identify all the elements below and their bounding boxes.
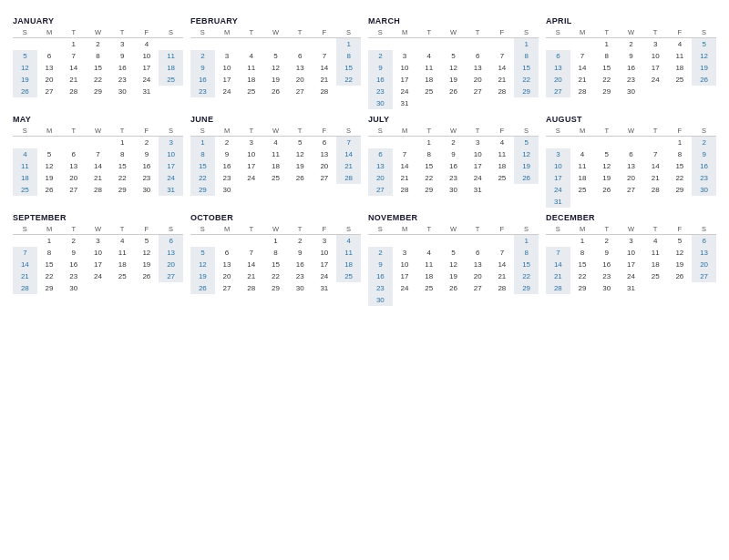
day-header: F <box>313 126 337 137</box>
calendar-day: 23 <box>215 172 240 184</box>
month-name: JUNE <box>190 115 361 124</box>
calendar-day: 15 <box>594 62 619 74</box>
calendar-day: 26 <box>514 172 539 184</box>
calendar-day: 20 <box>368 172 393 184</box>
day-header: T <box>61 27 86 38</box>
calendar-day: 15 <box>110 160 135 172</box>
calendar-day: 6 <box>466 247 490 259</box>
calendar-day: 21 <box>61 74 86 86</box>
calendar-day: 23 <box>110 74 135 86</box>
month-name: FEBRUARY <box>190 16 361 25</box>
calendar-day: 5 <box>190 247 215 259</box>
month-block-december: DECEMBERSMTWTFS0123456789101112131415161… <box>546 213 716 306</box>
calendar-day: 5 <box>288 137 313 149</box>
calendar-day: 17 <box>393 74 417 86</box>
calendar-day: 4 <box>13 148 37 160</box>
day-header: F <box>490 224 515 235</box>
day-header: S <box>692 126 716 137</box>
month-table: SMTWTFS001234567891011121314151617181920… <box>368 126 539 196</box>
calendar-day: 10 <box>215 62 240 74</box>
calendar-day: 25 <box>159 74 183 86</box>
calendar-day: 10 <box>393 259 417 270</box>
calendar-day: 23 <box>190 86 215 97</box>
calendar-day: 10 <box>313 247 337 259</box>
day-header: T <box>416 224 441 235</box>
day-header: T <box>110 126 135 137</box>
calendar-day: 0 <box>393 38 417 51</box>
calendar-day: 8 <box>263 247 288 259</box>
calendar-day: 13 <box>619 160 643 172</box>
month-block-october: OCTOBERSMTWTFS00012345678910111213141516… <box>190 213 361 306</box>
day-header: F <box>668 224 693 235</box>
day-header: S <box>159 126 183 137</box>
calendar-day: 11 <box>263 148 288 160</box>
calendar-day: 20 <box>466 270 490 282</box>
month-block-march: MARCHSMTWTFS0000001234567891011121314151… <box>368 16 539 109</box>
calendar-day: 17 <box>393 270 417 282</box>
calendar-day: 1 <box>190 137 215 149</box>
calendar-day: 12 <box>441 259 466 270</box>
calendar-day: 8 <box>570 247 595 259</box>
calendar-day: 30 <box>441 184 466 196</box>
calendar-day: 1 <box>37 235 62 248</box>
month-table: SMTWTFS000123456789101112131415161718192… <box>190 224 361 294</box>
calendar-day: 0 <box>416 235 441 248</box>
calendar-day: 9 <box>368 62 393 74</box>
day-header: F <box>668 27 693 38</box>
calendar-day: 20 <box>159 259 183 270</box>
calendar-day: 6 <box>288 50 313 62</box>
calendar-day: 5 <box>135 235 159 248</box>
calendar-day: 5 <box>263 50 288 62</box>
day-header: S <box>546 126 570 137</box>
calendar-day: 16 <box>692 160 716 172</box>
calendar-day: 5 <box>37 148 62 160</box>
day-header: W <box>263 126 288 137</box>
calendar-day: 21 <box>13 270 37 282</box>
calendar-day: 13 <box>215 259 240 270</box>
month-table: SMTWTFS000001234567891011121314151617181… <box>546 126 716 208</box>
day-header: S <box>692 224 716 235</box>
month-table: SMTWTFS000000123456789101112131415161718… <box>368 27 539 109</box>
calendar-day: 24 <box>313 270 337 282</box>
calendar-day: 15 <box>263 259 288 270</box>
calendar-day: 0 <box>215 38 240 51</box>
calendar-day: 10 <box>619 247 643 259</box>
calendar-day: 30 <box>368 97 393 109</box>
calendar-day: 9 <box>110 50 135 62</box>
calendar-day: 14 <box>570 62 595 74</box>
calendar-day: 3 <box>313 235 337 248</box>
calendar-day: 6 <box>466 50 490 62</box>
calendar-day: 13 <box>159 247 183 259</box>
calendar-day: 13 <box>692 247 716 259</box>
day-header: T <box>61 126 86 137</box>
calendar-day: 27 <box>37 86 62 97</box>
calendar-day: 18 <box>490 160 515 172</box>
calendar-day: 7 <box>570 50 595 62</box>
calendar-day: 4 <box>570 148 595 160</box>
calendar-day: 20 <box>466 74 490 86</box>
calendar-day: 9 <box>61 247 86 259</box>
calendar-day: 27 <box>466 86 490 97</box>
calendar-day: 11 <box>239 62 263 74</box>
calendar-day: 3 <box>110 38 135 51</box>
month-table: SMTWTFS012345678910111213141516171819202… <box>546 224 716 294</box>
calendar-day: 2 <box>190 50 215 62</box>
day-header: S <box>336 224 361 235</box>
day-header: W <box>619 126 643 137</box>
calendar-day: 24 <box>215 86 240 97</box>
calendar-day: 4 <box>135 38 159 51</box>
calendar-day: 16 <box>368 74 393 86</box>
calendar-day: 0 <box>215 235 240 248</box>
calendar-day: 17 <box>466 160 490 172</box>
calendar-day: 15 <box>336 62 361 74</box>
calendar-day: 13 <box>546 62 570 74</box>
calendar-day: 26 <box>135 270 159 282</box>
calendar-day: 0 <box>490 235 515 248</box>
calendar-day: 20 <box>313 160 337 172</box>
calendar-day: 18 <box>643 259 668 270</box>
calendar-day: 29 <box>514 282 539 294</box>
day-header: F <box>135 27 159 38</box>
calendar-day: 21 <box>570 74 595 86</box>
calendar-day: 20 <box>215 270 240 282</box>
calendar-day: 12 <box>514 148 539 160</box>
